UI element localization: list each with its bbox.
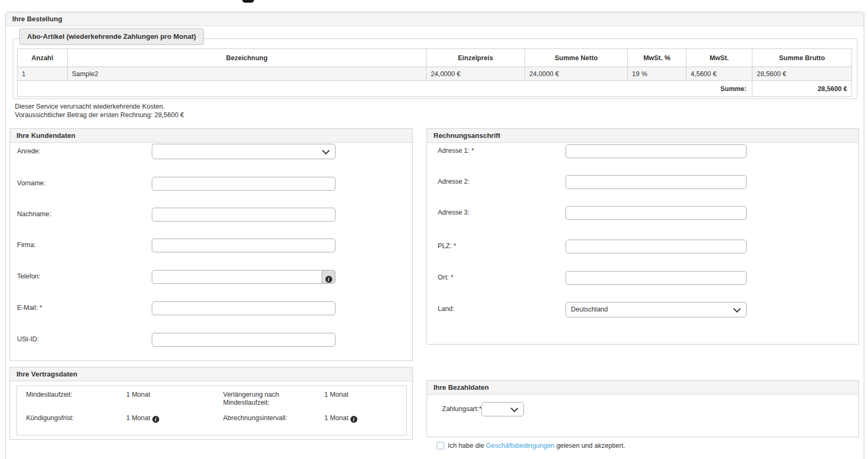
column-header-mwst: MwSt. [686,49,752,67]
ort-field[interactable] [566,271,747,285]
anrede-label: Anrede: [17,147,40,155]
billing-address-panel: Rechnungsanschrift Adresse 1: * Adresse … [427,128,859,345]
total-value: 28,5600 € [752,81,852,97]
ort-label: Ort: * [438,274,453,281]
terms-label: Ich habe die Geschäftsbedingungen gelese… [448,442,625,449]
table-total-row: Summe: 28,5600 € [18,81,852,97]
terms-link[interactable]: Geschäftsbedingungen [486,442,555,449]
telefon-info-addon[interactable] [322,270,335,284]
column-header-summe-netto: Summe Netto [525,49,628,67]
recurring-cost-notes: Dieser Service verursacht wiederkehrende… [15,103,184,119]
anrede-select[interactable] [152,144,335,159]
cell-einzelpreis: 24,0000 € [427,67,525,81]
column-header-anzahl: Anzahl [18,49,68,67]
table-header-row: Anzahl Bezeichnung Einzelpreis Summe Net… [18,49,852,67]
cell-summe-brutto: 28,5600 € [752,67,852,81]
zahlungsart-select[interactable] [481,402,524,416]
kuendigungsfrist-value-text: 1 Monat [126,414,150,422]
adresse3-field[interactable] [566,206,747,220]
contract-data-header: Ihre Vertragsdaten [10,367,412,381]
customer-data-panel: Ihre Kundendaten Anrede: Vorname: Nachna… [10,128,413,361]
email-label: E-Mail: * [17,304,42,312]
abrechnungsintervall-label: Abrechnungsintervall: [223,414,287,422]
note-line-2: Voraussichtlicher Betrag der ersten Rech… [15,111,184,120]
vorname-field[interactable] [152,177,335,191]
chevron-down-icon [511,404,518,412]
terms-row: Ich habe die Geschäftsbedingungen gelese… [437,441,625,450]
ustid-field[interactable] [152,333,335,347]
column-header-bezeichnung: Bezeichnung [68,49,427,67]
plz-label: PLZ: * [438,242,456,250]
payment-data-panel: Ihre Bezahldaten Zahlungsart:* [427,380,859,437]
mindestlaufzeit-label: Mindestlaufzeit: [26,391,72,399]
mindestlaufzeit-value: 1 Monat [126,391,150,399]
adresse2-field[interactable] [566,175,747,189]
nachname-label: Nachname: [17,210,51,218]
ustid-label: USt-ID: [17,335,39,343]
firma-field[interactable] [152,239,335,252]
nachname-field[interactable] [152,208,335,222]
contract-data-panel: Ihre Vertragsdaten Mindestlaufzeit: 1 Mo… [10,367,413,440]
terms-checkbox[interactable] [437,442,444,449]
verlaengerung-label: Verlängerung nach Mindestlaufzeit: [223,391,308,407]
info-icon [325,276,332,283]
chevron-down-icon [733,305,741,312]
adresse1-field[interactable] [566,144,747,158]
cell-bezeichnung: Sample2 [68,67,427,81]
cell-anzahl: 1 [18,67,68,81]
adresse2-label: Adresse 2: [438,178,470,185]
cropped-page-heading-fragment [242,0,254,3]
land-select[interactable]: Deutschland [566,302,747,317]
order-items-table: Anzahl Bezeichnung Einzelpreis Summe Net… [17,48,852,97]
table-row: 1 Sample2 24,0000 € 24,0000 € 19 % 4,560… [18,67,852,81]
note-line-1: Dieser Service verursacht wiederkehrende… [15,103,184,111]
subscription-items-legend: Abo-Artikel (wiederkehrende Zahlungen pr… [19,28,204,45]
column-header-mwst-prozent: MwSt. % [628,49,686,67]
order-form-container: Ihre Bestellung Abo-Artikel (wiederkehre… [5,12,864,459]
land-label: Land: [438,305,454,313]
column-header-summe-brutto: Summe Brutto [752,49,852,67]
verlaengerung-value: 1 Monat [324,391,348,399]
terms-text-before: Ich habe die [448,442,486,449]
land-select-value: Deutschland [571,306,608,313]
terms-text-after: gelesen und akzeptiert. [554,442,625,449]
order-section-header: Ihre Bestellung [6,12,864,26]
adresse3-label: Adresse 3: [438,209,470,216]
kuendigungsfrist-value: 1 Monat [126,414,159,423]
zahlungsart-label: Zahlungsart:* [442,405,481,413]
kuendigungsfrist-label: Kündigungsfrist: [26,414,74,422]
column-header-einzelpreis: Einzelpreis [427,49,525,67]
adresse1-label: Adresse 1: * [438,147,474,154]
cell-mwst: 4,5600 € [686,67,752,81]
email-field[interactable] [152,301,335,315]
info-icon[interactable] [350,416,357,423]
vorname-label: Vorname: [17,179,46,187]
cell-mwst-prozent: 19 % [628,67,686,81]
info-icon[interactable] [152,416,159,423]
billing-address-header: Rechnungsanschrift [427,129,858,143]
firma-label: Firma: [17,241,36,249]
total-label: Summe: [18,81,752,97]
payment-data-header: Ihre Bezahldaten [427,381,858,395]
telefon-label: Telefon: [17,273,40,280]
telefon-field[interactable] [152,270,322,284]
cell-summe-netto: 24,0000 € [525,67,628,81]
customer-data-header: Ihre Kundendaten [10,129,412,143]
plz-field[interactable] [566,240,747,253]
abrechnungsintervall-value-text: 1 Monat [324,414,348,422]
abrechnungsintervall-value: 1 Monat [324,414,357,423]
chevron-down-icon [322,146,330,154]
